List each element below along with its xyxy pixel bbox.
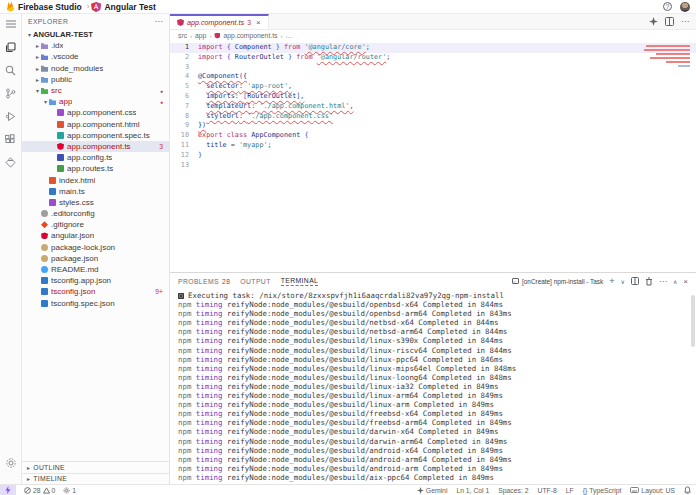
chevron-icon[interactable]: ▸ — [34, 65, 41, 72]
close-panel-icon[interactable]: × — [683, 277, 688, 286]
maximize-panel-icon[interactable]: ∧ — [673, 278, 677, 285]
explorer-icon[interactable] — [4, 40, 18, 54]
tree-item-package-lock-json[interactable]: package-lock.json — [22, 242, 169, 253]
source-control-icon[interactable] — [4, 86, 18, 100]
section-timeline[interactable]: ▸TIMELINE — [22, 473, 169, 485]
firebase-logo-icon — [6, 1, 15, 12]
terminal-line: npm timing reifyNode:node_modules/@esbui… — [178, 455, 696, 464]
kill-terminal-icon[interactable] — [645, 277, 653, 286]
tree-item-src[interactable]: ▾src● — [22, 85, 169, 96]
code-line-12[interactable]: 12} — [170, 151, 696, 161]
user-avatar[interactable] — [680, 2, 690, 12]
tree-item-app-component-ts[interactable]: app.component.ts3 — [22, 141, 169, 152]
code-line-13[interactable]: 13 — [170, 161, 696, 171]
code-line-8[interactable]: 8 styleUrl: './app.component.css' — [170, 112, 696, 122]
tree-item-package-json[interactable]: package.json — [22, 253, 169, 264]
tab-close-icon[interactable]: × — [256, 18, 261, 27]
circle-icon — [41, 255, 48, 262]
code-line-5[interactable]: 5 selector: 'app-root', — [170, 82, 696, 92]
terminal-line: npm timing reifyNode:node_modules/@esbui… — [178, 437, 696, 446]
tree-item-angular-json[interactable]: angular.json — [22, 230, 169, 241]
code-line-3[interactable]: 3 — [170, 63, 696, 73]
tab-output[interactable]: OUTPUT — [240, 278, 270, 285]
split-terminal-icon[interactable] — [631, 277, 639, 285]
chevron-icon[interactable]: ▾ — [26, 31, 33, 38]
indentation-status[interactable]: Spaces: 2 — [498, 487, 528, 494]
titlebar-separator: › — [87, 2, 90, 11]
terminal-task-selector[interactable]: >_ [onCreate] npm-install - Task — [512, 278, 603, 285]
terminal-scrollbar[interactable] — [691, 295, 695, 347]
tab-app-component-ts[interactable]: app.component.ts 3 × — [170, 14, 269, 29]
settings-gear-icon[interactable] — [4, 456, 18, 470]
breadcrumb-part[interactable]: app — [195, 32, 206, 39]
tree-item-node-modules[interactable]: ▸node_modules — [22, 63, 169, 74]
extensions-icon[interactable] — [4, 132, 18, 146]
app-name[interactable]: Firebase Studio — [18, 2, 82, 12]
encoding-status[interactable]: UTF-8 — [538, 487, 557, 494]
run-debug-icon[interactable] — [4, 109, 18, 123]
code-line-11[interactable]: 11 title = 'myapp'; — [170, 141, 696, 151]
tree-item-app-component-html[interactable]: app.component.html — [22, 119, 169, 130]
split-editor-icon[interactable] — [665, 17, 674, 26]
eol-status[interactable]: LF — [566, 487, 574, 494]
code-line-6[interactable]: 6 imports: [RouterOutlet], — [170, 92, 696, 102]
cursor-position[interactable]: Ln 1, Col 1 — [456, 487, 489, 494]
gemini-status[interactable]: Gemini — [417, 487, 448, 494]
chevron-icon[interactable]: ▾ — [42, 98, 49, 105]
tree-item-styles-css[interactable]: styles.css — [22, 197, 169, 208]
tab-terminal[interactable]: TERMINAL — [281, 277, 319, 286]
tree-item-tsconfig-json[interactable]: tsconfig.json9+ — [22, 286, 169, 297]
problems-status[interactable]: 28 0 — [24, 487, 55, 494]
code-line-7[interactable]: 7 templateUrl: './app.component.html', — [170, 102, 696, 112]
tree-item-angular-test[interactable]: ▾ANGULAR-TEST — [22, 29, 169, 40]
gemini-icon[interactable] — [4, 155, 18, 169]
tree-item-tsconfig-app-json[interactable]: tsconfig.app.json — [22, 275, 169, 286]
code-line-4[interactable]: 4@Component({ — [170, 72, 696, 82]
panel-more-icon[interactable]: ⋯ — [659, 277, 667, 286]
sparkle-icon[interactable] — [649, 17, 658, 26]
remote-indicator[interactable] — [0, 485, 16, 495]
chevron-icon[interactable]: ▾ — [34, 87, 41, 94]
tree-item--vscode[interactable]: ▸.vscode — [22, 51, 169, 62]
code-line-9[interactable]: 9}) — [170, 121, 696, 131]
tree-item-app-component-spec-ts[interactable]: app.component.spec.ts — [22, 130, 169, 141]
editor-more-icon[interactable]: ⋯ — [681, 17, 689, 26]
tree-item--gitignore[interactable]: .gitignore — [22, 219, 169, 230]
tree-item-app-component-css[interactable]: app.component.css — [22, 107, 169, 118]
tree-item-main-ts[interactable]: main.ts — [22, 186, 169, 197]
code-line-10[interactable]: 10export class AppComponent { — [170, 131, 696, 141]
project-name[interactable]: Angular Test — [104, 2, 155, 12]
tree-item--editorconfig[interactable]: .editorconfig — [22, 208, 169, 219]
code-line-2[interactable]: 2import { RouterOutlet } from '@angular/… — [170, 53, 696, 63]
code-editor[interactable]: 1import { Component } from '@angular/cor… — [170, 41, 696, 272]
running-tasks-status[interactable]: 1 — [63, 487, 76, 494]
tree-item-readme-md[interactable]: README.md — [22, 264, 169, 275]
language-mode[interactable]: {} TypeScript — [583, 487, 622, 494]
new-terminal-icon[interactable]: + — [609, 276, 614, 286]
breadcrumb-part[interactable]: src — [178, 32, 187, 39]
section-outline[interactable]: ▸OUTLINE — [22, 461, 169, 473]
tree-item-app-config-ts[interactable]: app.config.ts — [22, 152, 169, 163]
tab-problems[interactable]: PROBLEMS 28 — [178, 278, 230, 285]
chevron-icon[interactable]: ▸ — [34, 76, 41, 83]
tree-item-public[interactable]: ▸public — [22, 74, 169, 85]
keyboard-layout[interactable]: Layout: US — [630, 487, 675, 494]
search-icon[interactable] — [4, 63, 18, 77]
tree-item-app[interactable]: ▾app● — [22, 96, 169, 107]
help-icon[interactable]: ? — [663, 2, 672, 11]
breadcrumb-part[interactable]: … — [285, 32, 292, 39]
tree-item--idx[interactable]: ▸.idx — [22, 40, 169, 51]
notifications-bell-icon[interactable] — [684, 486, 691, 494]
chevron-icon[interactable]: ▸ — [34, 53, 41, 60]
terminal-output[interactable]: Executing task: /nix/store/8zxxspvfjh1i6… — [170, 289, 696, 484]
menu-icon[interactable] — [4, 17, 18, 31]
breadcrumb-part[interactable]: app.component.ts — [223, 32, 277, 39]
code-text: title = 'myapp'; — [198, 141, 272, 151]
code-line-1[interactable]: 1import { Component } from '@angular/cor… — [170, 43, 696, 53]
tree-item-app-routes-ts[interactable]: app.routes.ts — [22, 163, 169, 174]
explorer-more-icon[interactable]: ⋯ — [155, 17, 163, 26]
terminal-dropdown-icon[interactable]: ∨ — [621, 278, 625, 285]
tree-item-index-html[interactable]: index.html — [22, 174, 169, 185]
chevron-icon[interactable]: ▸ — [34, 42, 41, 49]
tree-item-tsconfig-spec-json[interactable]: tsconfig.spec.json — [22, 298, 169, 309]
